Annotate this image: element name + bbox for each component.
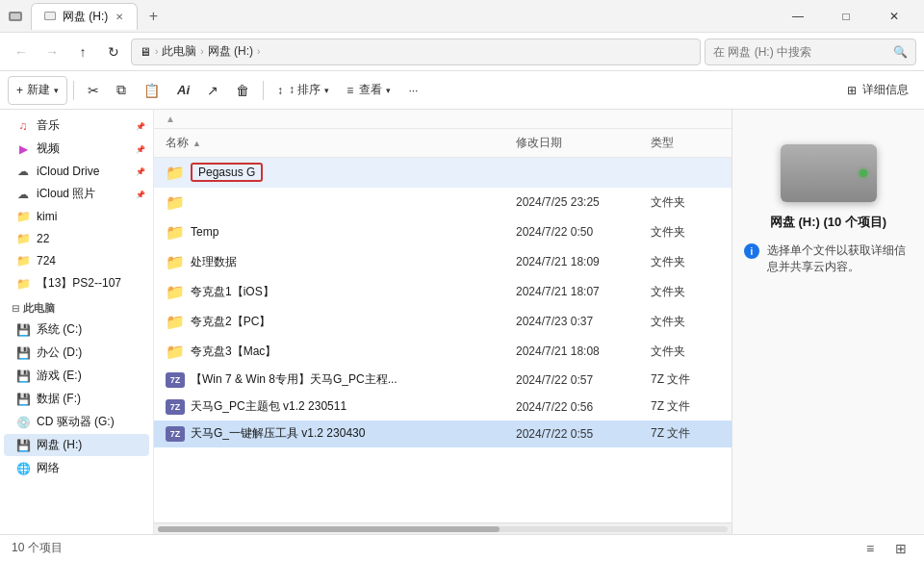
search-icon: 🔍 <box>893 45 908 59</box>
sidebar-label-video: 视频 <box>37 140 60 157</box>
sidebar-item-drive-c[interactable]: 💾 系统 (C:) <box>4 319 149 341</box>
sidebar-item-drive-d[interactable]: 💾 办公 (D:) <box>4 342 149 364</box>
file-row[interactable]: 📁 夸克盘3【Mac】 2024/7/21 18:08 文件夹 <box>154 337 732 367</box>
detail-title: 网盘 (H:) (10 个项目) <box>770 214 886 231</box>
drive-e-icon: 💾 <box>15 369 31 384</box>
sidebar-item-drive-g[interactable]: 💿 CD 驱动器 (G:) <box>4 411 149 433</box>
7z-icon: 7Z <box>166 426 185 442</box>
copy-icon: ⧉ <box>116 82 126 98</box>
sort-label: ↕ 排序 <box>289 82 321 98</box>
active-tab[interactable]: 网盘 (H:) ✕ <box>31 3 138 30</box>
sidebar-item-icloud-photos[interactable]: ☁ iCloud 照片 <box>4 183 149 205</box>
up-button[interactable]: ↑ <box>69 38 96 65</box>
hscroll-thumb[interactable] <box>158 526 500 532</box>
window-controls: — □ ✕ <box>776 0 916 33</box>
cut-button[interactable]: ✂ <box>80 76 107 105</box>
new-tab-button[interactable]: + <box>141 5 165 28</box>
col-header-name[interactable]: 名称 ▲ <box>162 131 512 155</box>
folder-icon: 📁 <box>166 163 185 182</box>
file-row[interactable]: 7Z 天马G_PC主题包 v1.2 230511 2024/7/22 0:56 … <box>154 394 732 421</box>
sidebar-item-ps2[interactable]: 📁 【13】PS2--107 <box>4 272 149 294</box>
folder-ps2-icon: 📁 <box>15 276 31 292</box>
file-name-win7: 【Win 7 & Win 8专用】天马G_PC主程... <box>191 371 398 388</box>
file-date: 2024/7/23 0:37 <box>512 312 647 331</box>
view-grid-button[interactable]: ⊞ <box>889 537 912 560</box>
copy-button[interactable]: ⧉ <box>109 76 134 105</box>
breadcrumb-this-pc[interactable]: 此电脑 <box>162 43 196 60</box>
file-list-header: 名称 ▲ 修改日期 类型 <box>154 129 732 158</box>
delete-button[interactable]: 🗑 <box>228 76 257 105</box>
icloud-photos-icon: ☁ <box>15 187 31 202</box>
file-row[interactable]: 📁 Temp 2024/7/22 0:50 文件夹 <box>154 217 732 247</box>
sidebar-item-icloud-drive[interactable]: ☁ iCloud Drive <box>4 161 149 182</box>
view-button[interactable]: ≡ 查看 ▾ <box>339 76 398 105</box>
file-date: 2024/7/22 0:55 <box>512 424 647 444</box>
sort-button[interactable]: ↕ ↕ 排序 ▾ <box>270 76 337 105</box>
rename-button[interactable]: Ai <box>169 76 197 105</box>
breadcrumb[interactable]: 🖥 › 此电脑 › 网盘 (H:) › <box>131 38 701 65</box>
more-button[interactable]: ··· <box>400 76 425 105</box>
details-label: 详细信息 <box>862 82 909 98</box>
window-icon <box>8 9 23 24</box>
file-name-temp: Temp <box>191 225 218 239</box>
sidebar-item-video[interactable]: ▶ 视频 <box>4 138 149 160</box>
folder-icon: 📁 <box>166 252 185 271</box>
search-bar[interactable]: 🔍 <box>705 38 916 65</box>
new-button[interactable]: + 新建 ▾ <box>8 76 67 105</box>
file-date: 2024/7/22 0:50 <box>512 222 647 242</box>
file-row[interactable]: 7Z 【Win 7 & Win 8专用】天马G_PC主程... 2024/7/2… <box>154 367 732 394</box>
file-type: 文件夹 <box>647 191 724 214</box>
sidebar-item-22[interactable]: 📁 22 <box>4 228 149 249</box>
share-button[interactable]: ↗ <box>199 76 226 105</box>
maximize-button[interactable]: □ <box>824 0 868 33</box>
tab-close-button[interactable]: ✕ <box>114 10 125 24</box>
file-date: 2024/7/21 18:07 <box>512 282 647 301</box>
file-row[interactable]: 📁 夸克盘1【iOS】 2024/7/21 18:07 文件夹 <box>154 277 732 307</box>
file-name-cell: 📁 Pegasus G <box>162 160 512 185</box>
file-name-kuake1: 夸克盘1【iOS】 <box>191 284 274 300</box>
sidebar-item-drive-h[interactable]: 💾 网盘 (H:) <box>4 434 149 456</box>
forward-button[interactable]: → <box>38 38 65 65</box>
refresh-button[interactable]: ↻ <box>100 38 127 65</box>
sidebar-item-drive-e[interactable]: 💾 游戏 (E:) <box>4 365 149 387</box>
close-button[interactable]: ✕ <box>872 0 916 33</box>
file-date: 2024/7/21 18:09 <box>512 252 647 271</box>
file-row[interactable]: 📁 夸克盘2【PC】 2024/7/23 0:37 文件夹 <box>154 307 732 337</box>
sidebar-item-kimi[interactable]: 📁 kimi <box>4 206 149 227</box>
sidebar-item-network[interactable]: 🌐 网络 <box>4 457 149 479</box>
file-name-cell: 📁 处理数据 <box>162 249 512 274</box>
horizontal-scrollbar[interactable] <box>154 523 732 534</box>
col-header-date[interactable]: 修改日期 <box>512 131 647 155</box>
sidebar-item-music[interactable]: ♫ 音乐 <box>4 115 149 137</box>
cut-icon: ✂ <box>88 83 99 98</box>
breadcrumb-drive[interactable]: 网盘 (H:) <box>208 43 253 60</box>
this-pc-section-icon: ⊟ <box>12 303 19 314</box>
folder-icon: 📁 <box>166 282 185 301</box>
sidebar-item-724[interactable]: 📁 724 <box>4 250 149 271</box>
search-input[interactable] <box>713 45 889 59</box>
address-bar: ← → ↑ ↻ 🖥 › 此电脑 › 网盘 (H:) › 🔍 <box>0 33 924 71</box>
title-bar: 网盘 (H:) ✕ + — □ ✕ <box>0 0 924 33</box>
file-name-cell: 📁 夸克盘3【Mac】 <box>162 339 512 364</box>
sidebar-label-network: 网络 <box>37 460 60 476</box>
details-button[interactable]: ⊞ 详细信息 <box>839 76 916 105</box>
col-header-type[interactable]: 类型 <box>647 131 724 155</box>
computer-icon: 🖥 <box>140 45 151 59</box>
sidebar-label-icloud-drive: iCloud Drive <box>37 165 99 178</box>
sort-dropdown-icon: ▾ <box>324 86 329 95</box>
tab-area: 网盘 (H:) ✕ + <box>31 3 165 30</box>
file-row[interactable]: 7Z 天马G_一键解压工具 v1.2 230430 2024/7/22 0:55… <box>154 421 732 447</box>
drive-g-icon: 💿 <box>15 415 31 430</box>
view-list-button[interactable]: ≡ <box>859 537 882 560</box>
file-row[interactable]: 📁 Pegasus G <box>154 158 732 188</box>
new-icon: + <box>16 84 23 97</box>
back-button[interactable]: ← <box>8 38 35 65</box>
paste-button[interactable]: 📋 <box>136 76 167 105</box>
file-row[interactable]: 📁 2024/7/25 23:25 文件夹 <box>154 188 732 217</box>
sidebar-label-724: 724 <box>37 254 56 268</box>
file-row[interactable]: 📁 处理数据 2024/7/21 18:09 文件夹 <box>154 247 732 277</box>
sidebar-item-drive-f[interactable]: 💾 数据 (F:) <box>4 388 149 410</box>
drive-h-icon: 💾 <box>15 438 31 453</box>
minimize-button[interactable]: — <box>776 0 820 33</box>
file-name-cell: 📁 Temp <box>162 219 512 244</box>
